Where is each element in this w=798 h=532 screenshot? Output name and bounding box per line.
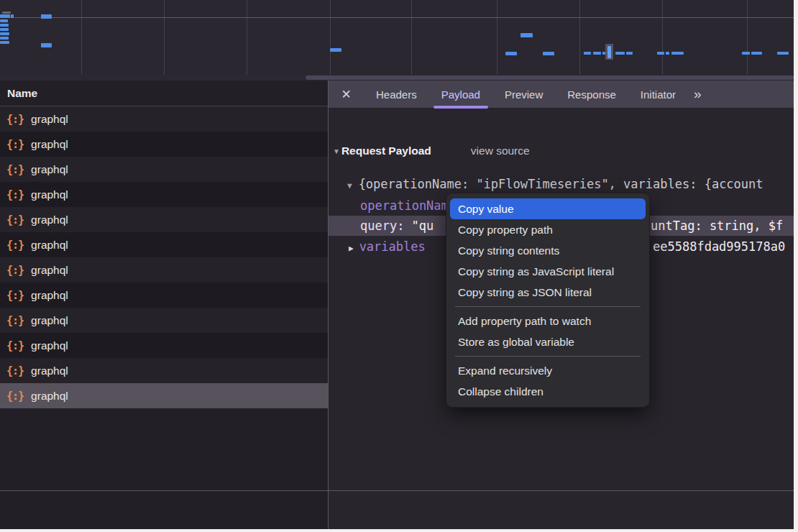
json-braces-icon: {:} [6, 188, 24, 201]
menu-item-copy-value[interactable]: Copy value [450, 198, 646, 219]
waterfall-bar [584, 52, 591, 55]
json-braces-icon: {:} [6, 339, 24, 352]
request-payload-title: Request Payload [341, 145, 431, 157]
network-request-row[interactable]: {:}graphql [0, 106, 328, 132]
json-braces-icon: {:} [6, 239, 24, 252]
json-braces-icon: {:} [6, 214, 24, 226]
waterfall-bar [593, 52, 601, 55]
network-request-row[interactable]: {:}graphql [0, 157, 328, 182]
network-request-row[interactable]: {:}graphql [0, 207, 328, 232]
overview-vertical-gridline [81, 0, 82, 75]
request-name: graphql [31, 188, 68, 201]
request-name: graphql [31, 239, 68, 252]
network-overview-timeline [0, 0, 794, 75]
network-request-row[interactable]: {:}graphql [0, 232, 328, 257]
waterfall-bar [751, 52, 762, 55]
devtools-network-window: Name {:}graphql{:}graphql{:}graphql{:}gr… [0, 0, 798, 532]
json-braces-icon: {:} [6, 138, 24, 151]
json-value-continued: ee5588fdad995178a0 [653, 237, 785, 256]
waterfall-bar [777, 52, 789, 55]
json-braces-icon: {:} [6, 314, 24, 327]
request-name: graphql [31, 339, 68, 352]
network-request-row[interactable]: {:}graphql [0, 358, 328, 383]
footer-divider [0, 490, 794, 491]
waterfall-bar [626, 52, 633, 55]
waterfall-bar [41, 43, 52, 47]
collapsed-triangle-icon[interactable]: ▶ [349, 244, 354, 253]
overview-vertical-gridline [247, 0, 247, 75]
screenshot-edge-right [794, 0, 798, 532]
request-name: graphql [31, 364, 68, 377]
json-string-value-continued: untTag: string, $f [651, 216, 783, 236]
overflow-chevrons-icon[interactable]: » [694, 86, 702, 102]
request-name: graphql [31, 390, 68, 403]
menu-separator [455, 356, 641, 357]
network-request-row[interactable]: {:}graphql [0, 283, 328, 308]
tab-headers[interactable]: Headers [364, 81, 429, 109]
overview-scrollbar-thumb[interactable] [306, 75, 794, 80]
waterfall-bar [742, 52, 750, 55]
json-braces-icon: {:} [6, 163, 24, 176]
name-column-header[interactable]: Name [0, 81, 328, 106]
name-column-label: Name [7, 87, 37, 100]
request-name: graphql [31, 138, 68, 151]
overview-vertical-gridline [579, 0, 580, 75]
json-braces-icon: {:} [6, 264, 24, 277]
menu-item-copy-property-path[interactable]: Copy property path [446, 219, 649, 240]
menu-item-collapse-children[interactable]: Collapse children [446, 381, 649, 402]
context-menu: Copy valueCopy property pathCopy string … [446, 193, 650, 408]
payload-summary-row[interactable]: ▼{operationName: "ipFlowTimeseries", var… [329, 175, 794, 193]
expanded-triangle-icon: ▼ [333, 147, 340, 155]
network-request-row[interactable]: {:}graphql [0, 308, 328, 333]
detail-tabbar: ✕ HeadersPayloadPreviewResponseInitiator… [329, 81, 794, 109]
waterfall-bar [330, 48, 341, 52]
request-name: graphql [31, 314, 68, 327]
overview-vertical-gridline [411, 0, 412, 75]
json-braces-icon: {:} [6, 289, 24, 302]
network-request-list-panel: Name {:}graphql{:}graphql{:}graphql{:}gr… [0, 81, 328, 529]
json-braces-icon: {:} [6, 113, 24, 126]
network-request-row[interactable]: {:}graphql [0, 132, 328, 157]
menu-item-expand-recursively[interactable]: Expand recursively [446, 360, 649, 381]
network-request-row[interactable]: {:}graphql [0, 333, 328, 358]
waterfall-bar [2, 12, 11, 14]
network-request-row[interactable]: {:}graphql [0, 182, 328, 207]
menu-separator [455, 306, 641, 307]
menu-item-copy-string-contents[interactable]: Copy string contents [446, 240, 649, 261]
tab-preview[interactable]: Preview [492, 81, 555, 109]
json-braces-icon: {:} [6, 364, 24, 377]
close-icon[interactable]: ✕ [340, 88, 352, 101]
json-string-value: "qu [411, 219, 434, 233]
overview-vertical-gridline [330, 0, 331, 75]
network-request-row[interactable]: {:}graphql [0, 383, 328, 408]
waterfall-bar [11, 14, 14, 18]
tab-initiator[interactable]: Initiator [628, 81, 688, 109]
waterfall-bar [543, 52, 554, 55]
waterfall-bar [520, 33, 533, 37]
waterfall-bar [0, 41, 9, 44]
screenshot-edge-bottom [0, 529, 798, 532]
waterfall-bar [657, 52, 664, 55]
json-braces-icon: {:} [6, 390, 24, 403]
request-payload-section-header[interactable]: ▼ Request Payload view source [333, 145, 530, 157]
menu-item-copy-string-as-json-literal[interactable]: Copy string as JSON literal [446, 282, 649, 303]
network-request-row[interactable]: {:}graphql [0, 257, 328, 283]
menu-item-add-property-path-to-watch[interactable]: Add property path to watch [446, 311, 649, 331]
overview-vertical-gridline [662, 0, 663, 75]
overview-vertical-gridline [164, 0, 165, 75]
waterfall-bar [41, 14, 52, 19]
waterfall-bar [0, 19, 8, 22]
overview-vertical-gridline [497, 0, 497, 75]
waterfall-bar [505, 52, 517, 55]
tab-payload[interactable]: Payload [429, 81, 492, 109]
waterfall-bar [615, 52, 625, 55]
waterfall-bar [0, 24, 9, 27]
menu-item-copy-string-as-javascript-literal[interactable]: Copy string as JavaScript literal [446, 261, 649, 282]
waterfall-bar [671, 52, 684, 55]
tab-response[interactable]: Response [555, 81, 628, 109]
request-name: graphql [31, 264, 68, 277]
waterfall-bar [0, 32, 9, 35]
view-source-link[interactable]: view source [471, 145, 530, 157]
payload-summary-text: {operationName: "ipFlowTimeseries", vari… [359, 177, 763, 191]
menu-item-store-as-global-variable[interactable]: Store as global variable [446, 331, 649, 352]
